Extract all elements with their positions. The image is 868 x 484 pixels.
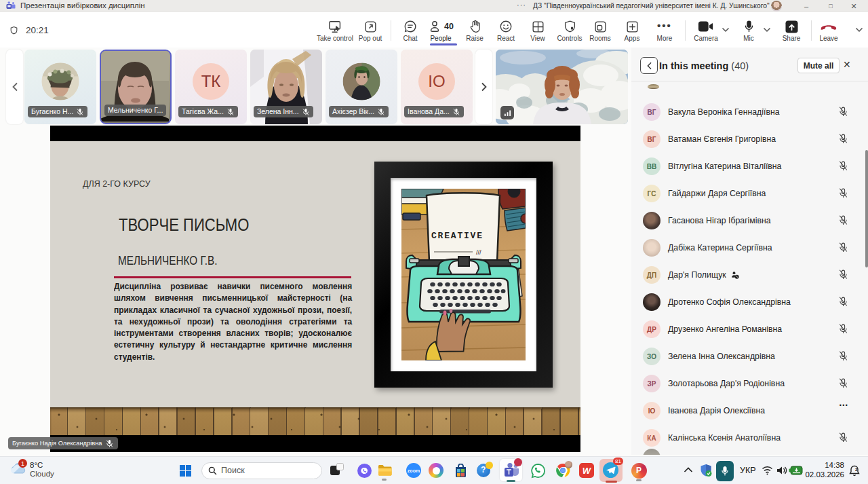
svg-text:///: /// <box>476 249 481 256</box>
svg-text:z: z <box>855 467 858 472</box>
svg-text:CREATIVE: CREATIVE <box>431 231 484 241</box>
